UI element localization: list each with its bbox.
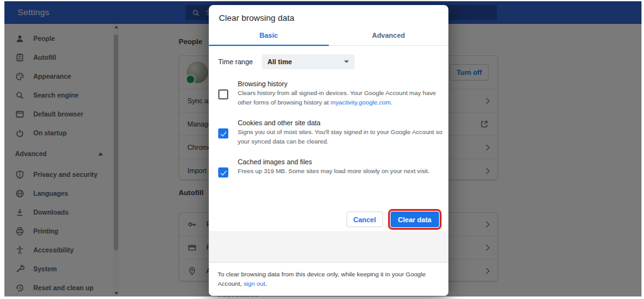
footer-line: To clear browsing data from this device … bbox=[218, 269, 440, 279]
description-text: . bbox=[391, 99, 392, 106]
tab-basic[interactable]: Basic bbox=[209, 29, 329, 45]
dialog-body: Time range All time Browsing history Cle… bbox=[209, 54, 448, 227]
dialog-footer-zone: To clear browsing data from this device … bbox=[209, 231, 448, 296]
footer-text: . bbox=[265, 280, 267, 287]
cookies-checkbox[interactable] bbox=[218, 128, 228, 138]
tab-advanced[interactable]: Advanced bbox=[329, 29, 449, 45]
time-range-select[interactable]: All time bbox=[262, 54, 355, 69]
clear-browsing-data-dialog: Clear browsing data Basic Advanced Time … bbox=[209, 5, 448, 296]
checkbox-description: Frees up 319 MB. Some sites may load mor… bbox=[238, 167, 430, 176]
description-line: Clears history from all signed-in device… bbox=[238, 89, 436, 98]
browsing-history-checkbox[interactable] bbox=[218, 89, 228, 99]
cached-images-row: Cached images and files Frees up 319 MB.… bbox=[218, 157, 439, 178]
dialog-tabs: Basic Advanced bbox=[209, 29, 448, 46]
active-tab-underline bbox=[209, 45, 329, 47]
description-line: Signs you out of most sites. You'll stay… bbox=[238, 128, 442, 137]
dialog-footer: To clear browsing data from this device … bbox=[209, 262, 448, 296]
footer-line: Account, sign out. bbox=[218, 279, 440, 288]
description-text: other forms of browsing history at bbox=[238, 99, 331, 106]
cancel-button[interactable]: Cancel bbox=[347, 212, 383, 227]
time-range-row: Time range All time bbox=[218, 54, 439, 69]
cached-images-checkbox[interactable] bbox=[218, 167, 228, 178]
description-line: your synced data can be cleared. bbox=[238, 137, 442, 147]
cookies-text: Cookies and other site data Signs you ou… bbox=[238, 118, 442, 146]
browsing-history-text: Browsing history Clears history from all… bbox=[238, 79, 436, 107]
cookies-row: Cookies and other site data Signs you ou… bbox=[218, 118, 439, 146]
time-range-label: Time range bbox=[218, 58, 253, 65]
screenshot-stage: Settings Search settings PeopleAutofillA… bbox=[0, 0, 644, 299]
myactivity-link[interactable]: myactivity.google.com bbox=[331, 99, 391, 106]
cached-images-text: Cached images and files Frees up 319 MB.… bbox=[238, 157, 430, 178]
checkbox-label: Cached images and files bbox=[238, 157, 430, 167]
checkbox-label: Browsing history bbox=[238, 79, 436, 89]
checkbox-label: Cookies and other site data bbox=[238, 118, 442, 128]
checkbox-description: Signs you out of most sites. You'll stay… bbox=[238, 128, 442, 146]
description-line: Frees up 319 MB. Some sites may load mor… bbox=[238, 167, 430, 176]
sign-out-link[interactable]: sign out bbox=[243, 280, 265, 287]
dialog-title: Clear browsing data bbox=[209, 5, 448, 23]
checkbox-description: Clears history from all signed-in device… bbox=[238, 89, 436, 107]
description-line: other forms of browsing history at myact… bbox=[238, 98, 436, 108]
clear-data-button[interactable]: Clear data bbox=[391, 212, 439, 227]
chevron-down-icon bbox=[344, 60, 349, 63]
footer-text: Account, bbox=[218, 280, 243, 287]
dialog-actions: Cancel Clear data bbox=[218, 212, 439, 227]
browsing-history-row: Browsing history Clears history from all… bbox=[218, 79, 439, 107]
dialog-gap bbox=[209, 231, 448, 262]
time-range-value: All time bbox=[267, 58, 292, 65]
